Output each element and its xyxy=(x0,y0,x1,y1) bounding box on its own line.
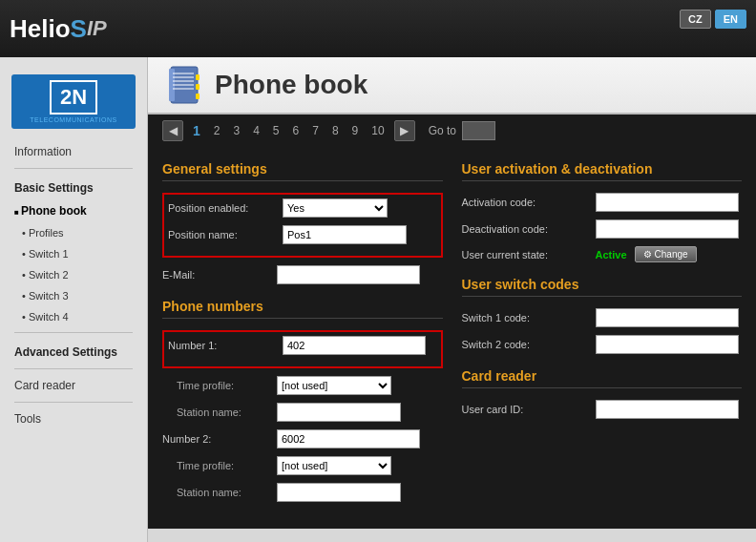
station-name1-label: Station name: xyxy=(177,406,277,418)
logo: HelioSIP xyxy=(10,14,107,44)
sidebar-item-switch3[interactable]: Switch 3 xyxy=(5,285,142,306)
position-enabled-label: Position enabled: xyxy=(168,202,283,214)
phone-numbers-section: Phone numbers Number 1: Time profile: [n… xyxy=(162,299,443,502)
station-name1-row: Station name: xyxy=(162,403,443,422)
user-activation-section: User activation & deactivation Activatio… xyxy=(462,161,743,262)
sidebar-item-phone-book[interactable]: Phone book xyxy=(5,199,142,222)
user-switch-section: User switch codes Switch 1 code: Switch … xyxy=(462,277,743,354)
email-input[interactable] xyxy=(277,265,420,284)
time-profile1-select[interactable]: [not used] xyxy=(277,376,391,395)
position-enabled-row: Position enabled: Yes No xyxy=(168,198,437,218)
lang-en-button[interactable]: EN xyxy=(715,10,746,29)
page-9[interactable]: 9 xyxy=(348,122,363,139)
header: HelioSIP CZ EN xyxy=(0,0,756,57)
change-button-label: Change xyxy=(655,249,688,260)
sidebar-nav: Information Basic Settings Phone book Pr… xyxy=(0,140,147,430)
sidebar-divider4 xyxy=(14,402,133,403)
sidebar-item-switch2[interactable]: Switch 2 xyxy=(5,264,142,285)
position-name-input[interactable] xyxy=(283,225,407,244)
activation-code-input[interactable] xyxy=(596,193,739,212)
logo-helio: Helio xyxy=(10,14,71,44)
user-card-input[interactable] xyxy=(596,400,739,419)
station-name2-label: Station name: xyxy=(177,487,277,498)
switch1-code-input[interactable] xyxy=(596,308,739,327)
form-content: General settings Position enabled: Yes N… xyxy=(148,147,756,529)
svg-rect-4 xyxy=(173,80,194,82)
switch1-code-row: Switch 1 code: xyxy=(462,308,743,327)
page-title-bar: Phone book xyxy=(148,57,756,115)
sidebar-item-advanced-settings[interactable]: Advanced Settings xyxy=(5,341,142,364)
status-row: Active ⚙ Change xyxy=(596,246,697,262)
sidebar-item-card-reader[interactable]: Card reader xyxy=(5,374,142,397)
card-reader-right-section: Card reader User card ID: xyxy=(462,368,743,419)
time-profile1-row: Time profile: [not used] xyxy=(162,376,443,395)
title-with-icon: Phone book xyxy=(167,65,368,105)
page-title: Phone book xyxy=(215,70,368,100)
deactivation-code-input[interactable] xyxy=(596,219,739,239)
sidebar-divider3 xyxy=(14,368,133,369)
station-name2-input[interactable] xyxy=(277,483,401,502)
current-state-label: User current state: xyxy=(462,249,596,261)
logo-ip: IP xyxy=(87,16,107,41)
prev-page-button[interactable]: ◀ xyxy=(162,120,183,141)
switch2-code-row: Switch 2 code: xyxy=(462,335,743,354)
logo-s: S xyxy=(71,14,87,44)
logo-telecom: TELECOMMUNICATIONS xyxy=(17,116,130,123)
switch2-code-input[interactable] xyxy=(596,335,739,354)
number1-input[interactable] xyxy=(283,336,426,355)
time-profile1-label: Time profile: xyxy=(177,380,277,391)
sidebar-item-switch1[interactable]: Switch 1 xyxy=(5,243,142,264)
card-reader-title: Card reader xyxy=(462,368,743,388)
station-name1-input[interactable] xyxy=(277,403,401,422)
page-5[interactable]: 5 xyxy=(269,122,284,139)
lang-buttons: CZ EN xyxy=(680,10,746,29)
sidebar-item-information[interactable]: Information xyxy=(5,140,142,163)
switch2-code-label: Switch 2 code: xyxy=(462,339,596,350)
svg-rect-7 xyxy=(196,74,200,80)
sidebar-divider xyxy=(14,168,133,169)
time-profile2-select[interactable]: [not used] xyxy=(277,456,391,475)
deactivation-code-row: Deactivation code: xyxy=(462,219,743,239)
next-page-button[interactable]: ▶ xyxy=(394,120,415,141)
position-enabled-group: Position enabled: Yes No Position name: xyxy=(162,193,443,258)
email-label: E-Mail: xyxy=(162,269,277,281)
sidebar-divider2 xyxy=(14,332,133,333)
page-1[interactable]: 1 xyxy=(189,121,204,140)
sidebar-item-tools[interactable]: Tools xyxy=(5,407,142,430)
number2-input[interactable] xyxy=(277,429,420,448)
position-enabled-select[interactable]: Yes No xyxy=(283,198,388,218)
page-2[interactable]: 2 xyxy=(210,122,224,139)
number2-label: Number 2: xyxy=(162,433,277,445)
goto-input[interactable] xyxy=(462,121,495,140)
sidebar: 2N TELECOMMUNICATIONS Information Basic … xyxy=(0,57,148,542)
sidebar-item-profiles[interactable]: Profiles xyxy=(5,222,142,243)
position-name-row: Position name: xyxy=(168,225,437,244)
email-row: E-Mail: xyxy=(162,265,443,284)
deactivation-code-label: Deactivation code: xyxy=(462,223,596,235)
svg-rect-3 xyxy=(173,76,194,78)
page-3[interactable]: 3 xyxy=(229,122,243,139)
change-button[interactable]: ⚙ Change xyxy=(635,246,697,262)
lang-cz-button[interactable]: CZ xyxy=(680,10,711,29)
page-7[interactable]: 7 xyxy=(308,122,323,139)
current-state-row: User current state: Active ⚙ Change xyxy=(462,246,743,262)
form-right: User activation & deactivation Activatio… xyxy=(462,161,743,514)
gear-icon: ⚙ xyxy=(643,249,652,260)
main-layout: 2N TELECOMMUNICATIONS Information Basic … xyxy=(0,57,756,542)
page-10[interactable]: 10 xyxy=(368,122,388,139)
svg-rect-8 xyxy=(196,84,200,90)
page-4[interactable]: 4 xyxy=(249,122,263,139)
content-area: Phone book ◀ 1 2 3 4 5 6 7 8 9 10 ▶ Go t… xyxy=(148,57,756,542)
sidebar-item-switch4[interactable]: Switch 4 xyxy=(5,306,142,327)
page-6[interactable]: 6 xyxy=(289,122,304,139)
goto-label: Go to xyxy=(429,124,456,137)
phone-numbers-title: Phone numbers xyxy=(162,299,443,319)
position-name-label: Position name: xyxy=(168,229,283,240)
sidebar-item-basic-settings[interactable]: Basic Settings xyxy=(5,177,142,199)
svg-rect-6 xyxy=(173,88,194,90)
page-8[interactable]: 8 xyxy=(328,122,343,139)
sidebar-logo: 2N TELECOMMUNICATIONS xyxy=(11,74,136,129)
time-profile2-row: Time profile: [not used] xyxy=(162,456,443,475)
user-card-label: User card ID: xyxy=(462,404,596,415)
activation-code-row: Activation code: xyxy=(462,193,743,212)
